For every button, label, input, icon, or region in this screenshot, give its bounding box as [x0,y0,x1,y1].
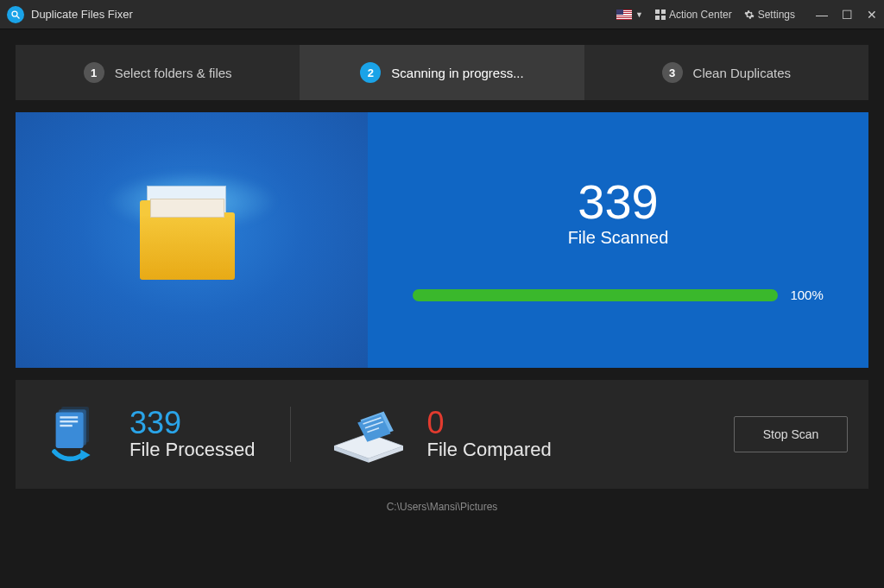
svg-line-1 [17,16,20,18]
close-button[interactable]: ✕ [867,8,877,22]
app-logo [7,6,24,23]
svg-rect-11 [60,425,72,427]
step-2-label: Scanning in progress... [391,66,523,80]
compared-icon [325,395,412,473]
stop-scan-button[interactable]: Stop Scan [734,416,848,452]
action-center-button[interactable]: Action Center [655,9,732,21]
processed-count: 339 [129,408,256,439]
settings-label: Settings [758,9,795,21]
step-1-label: Select folders & files [115,66,232,80]
maximize-button[interactable]: ☐ [842,8,853,22]
step-1-number: 1 [84,62,104,83]
compared-block: 0 File Compared [427,408,552,461]
svg-rect-4 [655,16,660,20]
svg-rect-3 [661,9,666,14]
svg-rect-10 [60,420,78,422]
step-indicator: 1 Select folders & files 2 Scanning in p… [16,45,868,100]
stats-panel: 339 File Processed 0 File Compared [16,380,868,489]
folder-icon [140,197,243,283]
step-3-label: Clean Duplicates [693,66,791,80]
files-scanned-label: File Scanned [568,228,669,248]
minimize-button[interactable]: — [816,8,828,22]
step-2[interactable]: 2 Scanning in progress... [300,45,584,100]
processed-block: 339 File Processed [129,408,256,461]
grid-icon [655,9,666,20]
settings-button[interactable]: Settings [744,9,795,21]
processed-icon [36,395,114,473]
action-center-label: Action Center [669,9,732,21]
scan-hero: 339 File Scanned 100% [16,112,868,368]
svg-rect-2 [655,9,660,14]
svg-rect-5 [661,16,666,20]
svg-rect-9 [60,416,78,418]
svg-point-0 [12,11,17,16]
progress-row: 100% [413,288,824,302]
scan-status-panel: 339 File Scanned 100% [368,112,868,368]
compared-label: File Compared [427,439,552,461]
processed-label: File Processed [129,439,256,461]
divider [290,407,291,462]
language-flag[interactable]: ▼ [616,9,643,20]
scan-illustration-panel [16,112,368,368]
app-title: Duplicate Files Fixer [31,8,133,21]
progress-bar [413,289,778,301]
current-scan-path: C:\Users\Mansi\Pictures [16,501,868,513]
titlebar: Duplicate Files Fixer ▼ Action Center Se… [0,0,884,29]
gear-icon [744,9,755,20]
us-flag-icon [616,9,632,20]
step-1[interactable]: 1 Select folders & files [16,45,300,100]
svg-marker-12 [80,450,90,461]
chevron-down-icon: ▼ [635,10,643,19]
progress-percent: 100% [790,288,823,302]
compared-count: 0 [427,408,552,439]
step-3[interactable]: 3 Clean Duplicates [584,45,868,100]
files-scanned-count: 339 [578,178,658,226]
step-3-number: 3 [662,62,683,83]
progress-fill [413,289,778,301]
step-2-number: 2 [360,62,381,83]
